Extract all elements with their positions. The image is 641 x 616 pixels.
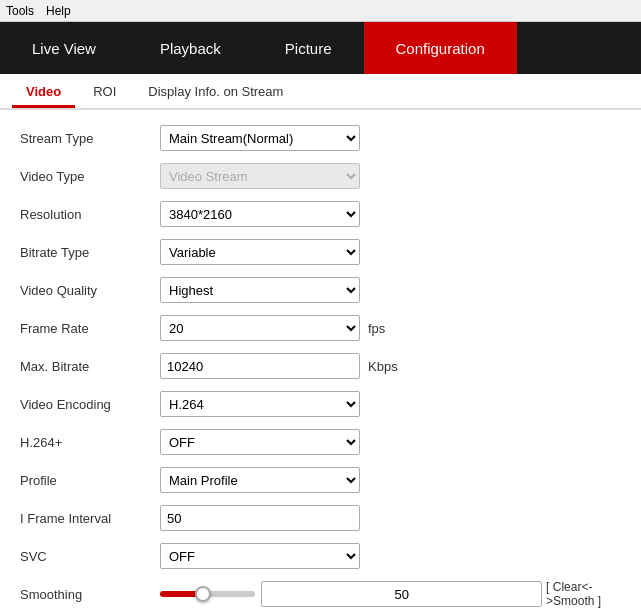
stream-type-label: Stream Type <box>20 131 160 146</box>
video-type-select[interactable]: Video Stream <box>160 163 360 189</box>
smoothing-slider-track[interactable] <box>160 591 255 597</box>
row-video-quality: Video Quality Highest <box>20 276 621 304</box>
row-video-type: Video Type Video Stream <box>20 162 621 190</box>
svc-select[interactable]: OFF <box>160 543 360 569</box>
nav-picture[interactable]: Picture <box>253 22 364 74</box>
profile-label: Profile <box>20 473 160 488</box>
video-quality-control[interactable]: Highest <box>160 277 360 303</box>
frame-rate-label: Frame Rate <box>20 321 160 336</box>
video-type-control[interactable]: Video Stream <box>160 163 360 189</box>
row-resolution: Resolution 3840*2160 <box>20 200 621 228</box>
stream-type-select[interactable]: Main Stream(Normal) <box>160 125 360 151</box>
resolution-select[interactable]: 3840*2160 <box>160 201 360 227</box>
nav-configuration[interactable]: Configuration <box>364 22 517 74</box>
row-stream-type: Stream Type Main Stream(Normal) <box>20 124 621 152</box>
nav-playback[interactable]: Playback <box>128 22 253 74</box>
row-frame-rate: Frame Rate 20 fps <box>20 314 621 342</box>
video-encoding-control[interactable]: H.264 <box>160 391 360 417</box>
frame-rate-select[interactable]: 20 <box>160 315 360 341</box>
max-bitrate-control[interactable]: 10240 <box>160 353 360 379</box>
topnav: Live View Playback Picture Configuration <box>0 22 641 74</box>
smoothing-hint: [ Clear<->Smooth ] <box>546 580 608 608</box>
tabbar: Video ROI Display Info. on Stream <box>0 74 641 110</box>
svc-control[interactable]: OFF <box>160 543 360 569</box>
resolution-label: Resolution <box>20 207 160 222</box>
svc-label: SVC <box>20 549 160 564</box>
menu-help[interactable]: Help <box>46 4 71 18</box>
tab-video[interactable]: Video <box>12 78 75 108</box>
video-type-label: Video Type <box>20 169 160 184</box>
max-bitrate-unit: Kbps <box>368 359 398 374</box>
bitrate-type-select[interactable]: Variable <box>160 239 360 265</box>
smoothing-container: [ Clear<->Smooth ] <box>160 580 608 608</box>
tab-display-info[interactable]: Display Info. on Stream <box>134 78 297 108</box>
h264plus-select[interactable]: OFF <box>160 429 360 455</box>
max-bitrate-input[interactable]: 10240 <box>160 353 360 379</box>
menubar: Tools Help <box>0 0 641 22</box>
row-max-bitrate: Max. Bitrate 10240 Kbps <box>20 352 621 380</box>
h264plus-control[interactable]: OFF <box>160 429 360 455</box>
profile-control[interactable]: Main Profile <box>160 467 360 493</box>
video-quality-label: Video Quality <box>20 283 160 298</box>
smoothing-label: Smoothing <box>20 587 160 602</box>
video-encoding-select[interactable]: H.264 <box>160 391 360 417</box>
tab-roi[interactable]: ROI <box>79 78 130 108</box>
profile-select[interactable]: Main Profile <box>160 467 360 493</box>
bitrate-type-label: Bitrate Type <box>20 245 160 260</box>
frame-rate-control[interactable]: 20 <box>160 315 360 341</box>
smoothing-slider-thumb[interactable] <box>195 586 211 602</box>
bitrate-type-control[interactable]: Variable <box>160 239 360 265</box>
row-bitrate-type: Bitrate Type Variable <box>20 238 621 266</box>
stream-type-control[interactable]: Main Stream(Normal) <box>160 125 360 151</box>
row-smoothing: Smoothing [ Clear<->Smooth ] <box>20 580 621 608</box>
i-frame-interval-input[interactable]: 50 <box>160 505 360 531</box>
i-frame-interval-control[interactable]: 50 <box>160 505 360 531</box>
smoothing-value-input[interactable] <box>261 581 542 607</box>
row-i-frame-interval: I Frame Interval 50 <box>20 504 621 532</box>
content-area: Stream Type Main Stream(Normal) Video Ty… <box>0 110 641 616</box>
row-svc: SVC OFF <box>20 542 621 570</box>
i-frame-interval-label: I Frame Interval <box>20 511 160 526</box>
h264plus-label: H.264+ <box>20 435 160 450</box>
resolution-control[interactable]: 3840*2160 <box>160 201 360 227</box>
row-h264plus: H.264+ OFF <box>20 428 621 456</box>
row-video-encoding: Video Encoding H.264 <box>20 390 621 418</box>
frame-rate-unit: fps <box>368 321 385 336</box>
nav-live-view[interactable]: Live View <box>0 22 128 74</box>
row-profile: Profile Main Profile <box>20 466 621 494</box>
menu-tools[interactable]: Tools <box>6 4 34 18</box>
video-encoding-label: Video Encoding <box>20 397 160 412</box>
video-quality-select[interactable]: Highest <box>160 277 360 303</box>
max-bitrate-label: Max. Bitrate <box>20 359 160 374</box>
